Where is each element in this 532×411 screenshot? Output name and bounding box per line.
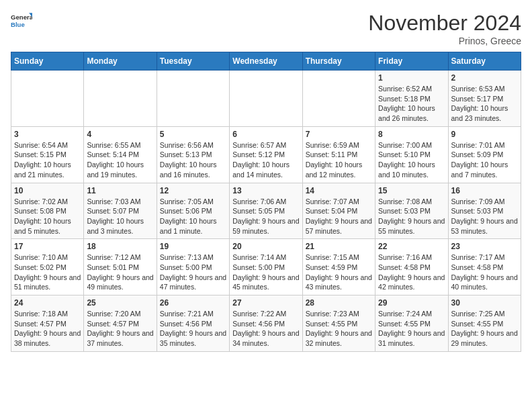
day-info: Sunrise: 7:01 AM Sunset: 5:09 PM Dayligh… [451,140,518,180]
day-number: 23 [451,242,518,251]
calendar-cell: 29Sunrise: 7:24 AM Sunset: 4:55 PM Dayli… [375,295,448,352]
calendar-cell: 1Sunrise: 6:52 AM Sunset: 5:18 PM Daylig… [375,71,448,127]
day-number: 22 [378,242,445,251]
day-info: Sunrise: 7:22 AM Sunset: 4:56 PM Dayligh… [232,309,299,349]
calendar-cell: 8Sunrise: 7:00 AM Sunset: 5:10 PM Daylig… [375,126,448,183]
calendar-cell: 27Sunrise: 7:22 AM Sunset: 4:56 PM Dayli… [230,295,302,352]
calendar-cell: 12Sunrise: 7:05 AM Sunset: 5:06 PM Dayli… [157,183,229,239]
day-number: 7 [306,130,372,139]
day-number: 24 [14,298,81,308]
day-info: Sunrise: 7:03 AM Sunset: 5:07 PM Dayligh… [87,197,153,236]
day-number: 6 [232,130,299,139]
calendar-cell: 15Sunrise: 7:08 AM Sunset: 5:03 PM Dayli… [375,183,448,239]
day-info: Sunrise: 7:21 AM Sunset: 4:56 PM Dayligh… [160,309,226,349]
logo: General Blue [11,11,32,32]
calendar-cell [302,71,375,127]
day-header-tuesday: Tuesday [157,52,229,71]
calendar-cell: 24Sunrise: 7:18 AM Sunset: 4:57 PM Dayli… [11,295,84,352]
day-number: 4 [87,130,153,139]
calendar-cell [230,71,302,127]
day-number: 2 [451,73,518,83]
day-number: 5 [160,130,226,139]
day-number: 14 [306,186,372,195]
calendar-cell: 7Sunrise: 6:59 AM Sunset: 5:11 PM Daylig… [302,126,375,183]
calendar-cell: 23Sunrise: 7:17 AM Sunset: 4:58 PM Dayli… [448,239,521,295]
calendar-cell [84,71,157,127]
day-info: Sunrise: 7:09 AM Sunset: 5:03 PM Dayligh… [451,197,518,236]
location-subtitle: Prinos, Greece [368,36,521,46]
title-block: November 2024 Prinos, Greece [368,11,521,46]
calendar-cell: 14Sunrise: 7:07 AM Sunset: 5:04 PM Dayli… [302,183,375,239]
calendar-cell: 4Sunrise: 6:55 AM Sunset: 5:14 PM Daylig… [84,126,157,183]
day-number: 20 [232,242,299,251]
day-info: Sunrise: 7:00 AM Sunset: 5:10 PM Dayligh… [378,140,445,180]
day-info: Sunrise: 6:59 AM Sunset: 5:11 PM Dayligh… [306,140,372,180]
day-number: 15 [378,186,445,195]
day-info: Sunrise: 7:24 AM Sunset: 4:55 PM Dayligh… [378,309,445,349]
day-number: 8 [378,130,445,139]
svg-text:General: General [11,13,32,21]
logo-icon: General Blue [11,11,32,32]
calendar-cell [11,71,84,127]
day-info: Sunrise: 7:16 AM Sunset: 4:58 PM Dayligh… [378,253,445,292]
calendar-cell: 5Sunrise: 6:56 AM Sunset: 5:13 PM Daylig… [157,126,229,183]
calendar-cell: 26Sunrise: 7:21 AM Sunset: 4:56 PM Dayli… [157,295,229,352]
calendar-cell: 21Sunrise: 7:15 AM Sunset: 4:59 PM Dayli… [302,239,375,295]
day-number: 9 [451,130,518,139]
calendar-cell: 19Sunrise: 7:13 AM Sunset: 5:00 PM Dayli… [157,239,229,295]
calendar-cell: 20Sunrise: 7:14 AM Sunset: 5:00 PM Dayli… [230,239,302,295]
day-info: Sunrise: 7:18 AM Sunset: 4:57 PM Dayligh… [14,309,81,349]
day-info: Sunrise: 6:53 AM Sunset: 5:17 PM Dayligh… [451,84,518,124]
day-header-friday: Friday [375,52,448,71]
day-number: 1 [378,73,445,83]
calendar-cell: 30Sunrise: 7:25 AM Sunset: 4:55 PM Dayli… [448,295,521,352]
calendar-cell [157,71,229,127]
day-number: 25 [87,298,153,308]
calendar-cell: 9Sunrise: 7:01 AM Sunset: 5:09 PM Daylig… [448,126,521,183]
day-number: 27 [232,298,299,308]
day-number: 18 [87,242,153,251]
calendar-cell: 25Sunrise: 7:20 AM Sunset: 4:57 PM Dayli… [84,295,157,352]
day-number: 17 [14,242,81,251]
day-info: Sunrise: 6:57 AM Sunset: 5:12 PM Dayligh… [232,140,299,180]
calendar-cell: 13Sunrise: 7:06 AM Sunset: 5:05 PM Dayli… [230,183,302,239]
day-number: 26 [160,298,226,308]
day-number: 21 [306,242,372,251]
day-number: 19 [160,242,226,251]
month-title: November 2024 [368,11,521,36]
calendar-cell: 28Sunrise: 7:23 AM Sunset: 4:55 PM Dayli… [302,295,375,352]
day-info: Sunrise: 7:15 AM Sunset: 4:59 PM Dayligh… [306,253,372,292]
day-number: 11 [87,186,153,195]
day-info: Sunrise: 7:25 AM Sunset: 4:55 PM Dayligh… [451,309,518,349]
calendar-cell: 2Sunrise: 6:53 AM Sunset: 5:17 PM Daylig… [448,71,521,127]
calendar-cell: 18Sunrise: 7:12 AM Sunset: 5:01 PM Dayli… [84,239,157,295]
day-header-thursday: Thursday [302,52,375,71]
calendar-cell: 22Sunrise: 7:16 AM Sunset: 4:58 PM Dayli… [375,239,448,295]
day-number: 28 [306,298,372,308]
day-number: 12 [160,186,226,195]
day-header-wednesday: Wednesday [230,52,302,71]
day-header-saturday: Saturday [448,52,521,71]
day-number: 3 [14,130,81,139]
day-number: 13 [232,186,299,195]
day-info: Sunrise: 7:13 AM Sunset: 5:00 PM Dayligh… [160,253,226,292]
day-info: Sunrise: 7:23 AM Sunset: 4:55 PM Dayligh… [306,309,372,349]
day-info: Sunrise: 7:08 AM Sunset: 5:03 PM Dayligh… [378,197,445,236]
calendar-cell: 11Sunrise: 7:03 AM Sunset: 5:07 PM Dayli… [84,183,157,239]
day-header-monday: Monday [84,52,157,71]
day-info: Sunrise: 7:17 AM Sunset: 4:58 PM Dayligh… [451,253,518,292]
page-header: General Blue November 2024 Prinos, Greec… [11,11,521,46]
day-info: Sunrise: 7:05 AM Sunset: 5:06 PM Dayligh… [160,197,226,236]
day-info: Sunrise: 6:56 AM Sunset: 5:13 PM Dayligh… [160,140,226,180]
day-number: 29 [378,298,445,308]
day-info: Sunrise: 7:10 AM Sunset: 5:02 PM Dayligh… [14,253,81,292]
day-header-sunday: Sunday [11,52,84,71]
svg-text:Blue: Blue [11,21,25,28]
day-info: Sunrise: 7:02 AM Sunset: 5:08 PM Dayligh… [14,197,81,236]
calendar-cell: 10Sunrise: 7:02 AM Sunset: 5:08 PM Dayli… [11,183,84,239]
calendar-table: SundayMondayTuesdayWednesdayThursdayFrid… [11,52,521,352]
day-number: 16 [451,186,518,195]
day-number: 10 [14,186,81,195]
day-info: Sunrise: 6:54 AM Sunset: 5:15 PM Dayligh… [14,140,81,180]
day-info: Sunrise: 6:55 AM Sunset: 5:14 PM Dayligh… [87,140,153,180]
